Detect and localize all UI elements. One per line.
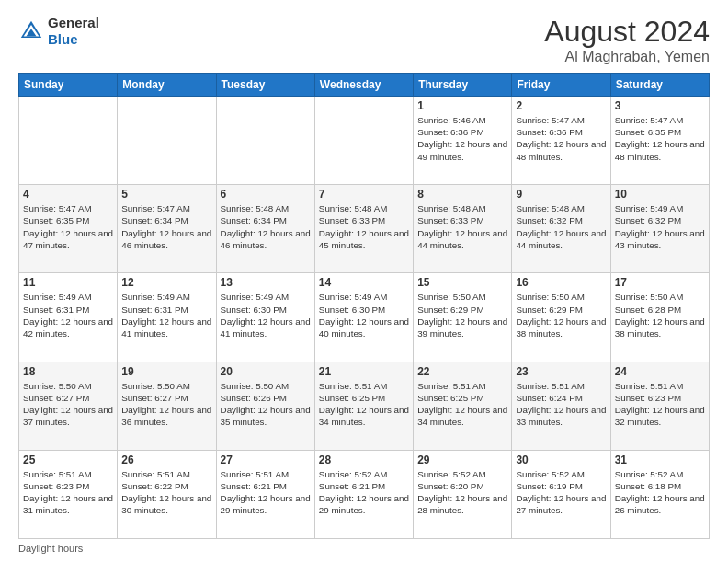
day-header-thursday: Thursday bbox=[414, 74, 512, 97]
day-number: 4 bbox=[23, 188, 113, 201]
week-row-4: 25Sunrise: 5:51 AM Sunset: 6:23 PM Dayli… bbox=[19, 450, 710, 538]
calendar-cell: 7Sunrise: 5:48 AM Sunset: 6:33 PM Daylig… bbox=[314, 185, 413, 273]
day-header-saturday: Saturday bbox=[610, 74, 709, 97]
calendar-cell: 3Sunrise: 5:47 AM Sunset: 6:35 PM Daylig… bbox=[610, 97, 709, 185]
day-info: Sunrise: 5:49 AM Sunset: 6:32 PM Dayligh… bbox=[615, 202, 705, 251]
calendar-cell: 1Sunrise: 5:46 AM Sunset: 6:36 PM Daylig… bbox=[414, 97, 512, 185]
calendar-cell: 8Sunrise: 5:48 AM Sunset: 6:33 PM Daylig… bbox=[414, 185, 512, 273]
title-block: August 2024 Al Maghrabah, Yemen bbox=[544, 15, 710, 65]
page: General Blue August 2024 Al Maghrabah, Y… bbox=[0, 0, 728, 563]
day-number: 3 bbox=[615, 99, 705, 112]
day-info: Sunrise: 5:50 AM Sunset: 6:29 PM Dayligh… bbox=[516, 291, 606, 339]
day-info: Sunrise: 5:47 AM Sunset: 6:34 PM Dayligh… bbox=[121, 202, 211, 251]
day-header-wednesday: Wednesday bbox=[314, 74, 413, 97]
day-number: 7 bbox=[319, 188, 409, 201]
day-info: Sunrise: 5:47 AM Sunset: 6:35 PM Dayligh… bbox=[615, 114, 705, 163]
day-number: 31 bbox=[615, 454, 705, 466]
calendar-cell bbox=[314, 97, 413, 185]
day-number: 5 bbox=[121, 188, 211, 201]
day-number: 27 bbox=[221, 454, 311, 466]
week-row-3: 18Sunrise: 5:50 AM Sunset: 6:27 PM Dayli… bbox=[19, 362, 710, 450]
day-info: Sunrise: 5:52 AM Sunset: 6:20 PM Dayligh… bbox=[417, 468, 507, 517]
day-info: Sunrise: 5:49 AM Sunset: 6:30 PM Dayligh… bbox=[319, 291, 409, 339]
calendar-cell bbox=[216, 97, 314, 185]
week-row-1: 4Sunrise: 5:47 AM Sunset: 6:35 PM Daylig… bbox=[19, 185, 710, 273]
daylight-hours-label: Daylight hours bbox=[18, 543, 83, 554]
calendar-cell: 29Sunrise: 5:52 AM Sunset: 6:20 PM Dayli… bbox=[414, 450, 512, 538]
calendar-cell: 16Sunrise: 5:50 AM Sunset: 6:29 PM Dayli… bbox=[512, 273, 610, 362]
calendar-cell: 14Sunrise: 5:49 AM Sunset: 6:30 PM Dayli… bbox=[314, 273, 413, 362]
day-number: 30 bbox=[516, 454, 606, 466]
calendar-cell: 26Sunrise: 5:51 AM Sunset: 6:22 PM Dayli… bbox=[118, 450, 216, 538]
day-header-monday: Monday bbox=[118, 74, 216, 97]
day-number: 17 bbox=[615, 276, 705, 289]
day-info: Sunrise: 5:50 AM Sunset: 6:27 PM Dayligh… bbox=[121, 380, 211, 429]
day-info: Sunrise: 5:51 AM Sunset: 6:25 PM Dayligh… bbox=[417, 380, 507, 429]
calendar-cell: 15Sunrise: 5:50 AM Sunset: 6:29 PM Dayli… bbox=[414, 273, 512, 362]
day-info: Sunrise: 5:52 AM Sunset: 6:18 PM Dayligh… bbox=[615, 468, 705, 517]
day-number: 13 bbox=[221, 276, 311, 289]
day-number: 9 bbox=[516, 188, 606, 201]
day-number: 22 bbox=[417, 365, 507, 378]
calendar-cell bbox=[19, 97, 118, 185]
day-info: Sunrise: 5:51 AM Sunset: 6:21 PM Dayligh… bbox=[221, 468, 311, 517]
day-number: 16 bbox=[516, 276, 606, 289]
calendar-cell: 10Sunrise: 5:49 AM Sunset: 6:32 PM Dayli… bbox=[610, 185, 709, 273]
calendar-cell: 24Sunrise: 5:51 AM Sunset: 6:23 PM Dayli… bbox=[610, 362, 709, 450]
logo-blue: Blue bbox=[48, 31, 78, 47]
calendar-cell: 5Sunrise: 5:47 AM Sunset: 6:34 PM Daylig… bbox=[118, 185, 216, 273]
day-info: Sunrise: 5:48 AM Sunset: 6:32 PM Dayligh… bbox=[516, 202, 606, 251]
day-info: Sunrise: 5:50 AM Sunset: 6:28 PM Dayligh… bbox=[615, 291, 705, 339]
day-info: Sunrise: 5:51 AM Sunset: 6:23 PM Dayligh… bbox=[23, 468, 113, 517]
calendar-cell: 4Sunrise: 5:47 AM Sunset: 6:35 PM Daylig… bbox=[19, 185, 118, 273]
day-number: 24 bbox=[615, 365, 705, 378]
day-info: Sunrise: 5:48 AM Sunset: 6:33 PM Dayligh… bbox=[417, 202, 507, 251]
logo-icon bbox=[18, 18, 44, 44]
day-number: 12 bbox=[121, 276, 211, 289]
day-number: 21 bbox=[319, 365, 409, 378]
logo: General Blue bbox=[18, 15, 99, 48]
day-number: 8 bbox=[417, 188, 507, 201]
calendar-cell: 19Sunrise: 5:50 AM Sunset: 6:27 PM Dayli… bbox=[118, 362, 216, 450]
calendar-cell: 20Sunrise: 5:50 AM Sunset: 6:26 PM Dayli… bbox=[216, 362, 314, 450]
day-info: Sunrise: 5:51 AM Sunset: 6:24 PM Dayligh… bbox=[516, 380, 606, 429]
calendar-cell: 13Sunrise: 5:49 AM Sunset: 6:30 PM Dayli… bbox=[216, 273, 314, 362]
day-info: Sunrise: 5:49 AM Sunset: 6:31 PM Dayligh… bbox=[23, 291, 113, 339]
calendar-cell: 25Sunrise: 5:51 AM Sunset: 6:23 PM Dayli… bbox=[19, 450, 118, 538]
day-info: Sunrise: 5:50 AM Sunset: 6:26 PM Dayligh… bbox=[221, 380, 311, 429]
day-info: Sunrise: 5:46 AM Sunset: 6:36 PM Dayligh… bbox=[417, 114, 507, 163]
day-info: Sunrise: 5:49 AM Sunset: 6:30 PM Dayligh… bbox=[221, 291, 311, 339]
day-number: 23 bbox=[516, 365, 606, 378]
day-info: Sunrise: 5:51 AM Sunset: 6:22 PM Dayligh… bbox=[121, 468, 211, 517]
day-info: Sunrise: 5:51 AM Sunset: 6:23 PM Dayligh… bbox=[615, 380, 705, 429]
calendar-cell: 6Sunrise: 5:48 AM Sunset: 6:34 PM Daylig… bbox=[216, 185, 314, 273]
day-info: Sunrise: 5:49 AM Sunset: 6:31 PM Dayligh… bbox=[121, 291, 211, 339]
calendar-cell: 9Sunrise: 5:48 AM Sunset: 6:32 PM Daylig… bbox=[512, 185, 610, 273]
calendar-cell: 22Sunrise: 5:51 AM Sunset: 6:25 PM Dayli… bbox=[414, 362, 512, 450]
day-number: 19 bbox=[121, 365, 211, 378]
calendar-cell: 27Sunrise: 5:51 AM Sunset: 6:21 PM Dayli… bbox=[216, 450, 314, 538]
calendar-table: SundayMondayTuesdayWednesdayThursdayFrid… bbox=[18, 73, 710, 539]
calendar-cell: 12Sunrise: 5:49 AM Sunset: 6:31 PM Dayli… bbox=[118, 273, 216, 362]
day-info: Sunrise: 5:52 AM Sunset: 6:19 PM Dayligh… bbox=[516, 468, 606, 517]
day-number: 10 bbox=[615, 188, 705, 201]
day-number: 26 bbox=[121, 454, 211, 466]
calendar-cell bbox=[118, 97, 216, 185]
day-info: Sunrise: 5:50 AM Sunset: 6:29 PM Dayligh… bbox=[417, 291, 507, 339]
day-info: Sunrise: 5:51 AM Sunset: 6:25 PM Dayligh… bbox=[319, 380, 409, 429]
day-header-tuesday: Tuesday bbox=[216, 74, 314, 97]
day-number: 1 bbox=[417, 99, 507, 112]
day-number: 20 bbox=[221, 365, 311, 378]
day-info: Sunrise: 5:52 AM Sunset: 6:21 PM Dayligh… bbox=[319, 468, 409, 517]
calendar-cell: 21Sunrise: 5:51 AM Sunset: 6:25 PM Dayli… bbox=[314, 362, 413, 450]
calendar-cell: 30Sunrise: 5:52 AM Sunset: 6:19 PM Dayli… bbox=[512, 450, 610, 538]
header-row: SundayMondayTuesdayWednesdayThursdayFrid… bbox=[19, 74, 710, 97]
calendar-cell: 28Sunrise: 5:52 AM Sunset: 6:21 PM Dayli… bbox=[314, 450, 413, 538]
calendar-cell: 11Sunrise: 5:49 AM Sunset: 6:31 PM Dayli… bbox=[19, 273, 118, 362]
calendar-cell: 18Sunrise: 5:50 AM Sunset: 6:27 PM Dayli… bbox=[19, 362, 118, 450]
week-row-2: 11Sunrise: 5:49 AM Sunset: 6:31 PM Dayli… bbox=[19, 273, 710, 362]
day-info: Sunrise: 5:48 AM Sunset: 6:34 PM Dayligh… bbox=[221, 202, 311, 251]
logo-text: General Blue bbox=[48, 15, 99, 48]
day-info: Sunrise: 5:47 AM Sunset: 6:36 PM Dayligh… bbox=[516, 114, 606, 163]
week-row-0: 1Sunrise: 5:46 AM Sunset: 6:36 PM Daylig… bbox=[19, 97, 710, 185]
